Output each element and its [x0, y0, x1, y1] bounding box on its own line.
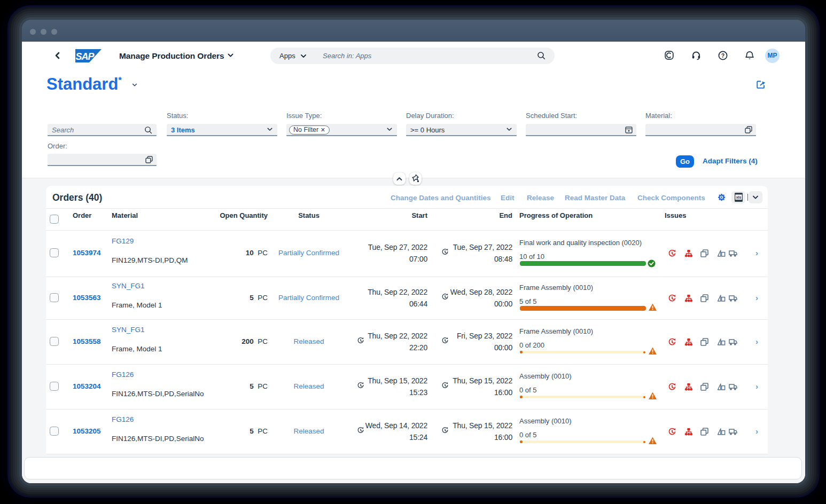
svg-text:?: ?: [721, 52, 724, 59]
svg-text:xls: xls: [736, 195, 742, 199]
svg-text:SAP: SAP: [76, 51, 95, 62]
